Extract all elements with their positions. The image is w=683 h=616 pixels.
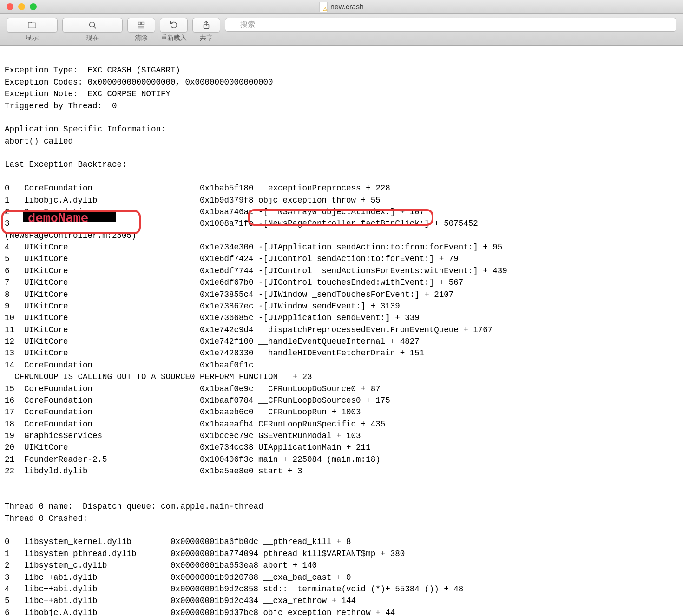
window-title: new.crash bbox=[319, 2, 364, 12]
crash-log-content: Exception Type: EXC_CRASH (SIGABRT) Exce… bbox=[0, 46, 683, 616]
clear-label: 清除 bbox=[135, 34, 148, 42]
crash-thread: 0 libsystem_kernel.dylib 0x00000001ba6fb… bbox=[5, 537, 463, 616]
minimize-button[interactable] bbox=[18, 3, 25, 10]
window-title-text: new.crash bbox=[330, 3, 364, 11]
close-button[interactable] bbox=[7, 3, 13, 10]
toolbar-clear: 清除 bbox=[127, 18, 155, 42]
now-label: 现在 bbox=[86, 34, 99, 42]
search-input[interactable] bbox=[225, 18, 676, 32]
share-label: 共享 bbox=[200, 34, 213, 42]
reload-icon bbox=[169, 20, 179, 30]
svg-rect-3 bbox=[138, 22, 141, 25]
share-icon bbox=[201, 20, 211, 30]
thread-header: Thread 0 name: Dispatch queue: com.apple… bbox=[5, 502, 263, 523]
window-titlebar: new.crash bbox=[0, 0, 683, 14]
traffic-lights bbox=[0, 3, 37, 10]
svg-rect-4 bbox=[142, 22, 144, 25]
reload-label: 重新载入 bbox=[161, 34, 187, 42]
crash-header: Exception Type: EXC_CRASH (SIGABRT) Exce… bbox=[5, 66, 273, 169]
show-button[interactable] bbox=[7, 18, 58, 33]
folder-icon bbox=[27, 20, 37, 30]
svg-rect-0 bbox=[28, 23, 36, 28]
search-container bbox=[225, 18, 676, 32]
now-button[interactable] bbox=[62, 18, 123, 33]
toolbar-show: 显示 bbox=[7, 18, 58, 42]
toolbar: 显示 现在 清除 重新载入 共享 bbox=[0, 14, 683, 46]
clear-icon bbox=[136, 20, 146, 30]
show-label: 显示 bbox=[26, 34, 39, 42]
svg-line-2 bbox=[94, 26, 96, 29]
clear-button[interactable] bbox=[127, 18, 155, 33]
annotation-demoname: demoName bbox=[28, 209, 88, 227]
toolbar-now: 现在 bbox=[62, 18, 123, 42]
magnify-icon bbox=[87, 20, 98, 30]
crash-backtrace: 0 CoreFoundation 0x1bab5f180 __exception… bbox=[5, 183, 507, 476]
reload-button[interactable] bbox=[160, 18, 188, 33]
toolbar-share: 共享 bbox=[192, 18, 220, 42]
share-button[interactable] bbox=[192, 18, 220, 33]
maximize-button[interactable] bbox=[30, 3, 37, 10]
toolbar-reload: 重新载入 bbox=[160, 18, 188, 42]
document-icon bbox=[319, 2, 328, 12]
